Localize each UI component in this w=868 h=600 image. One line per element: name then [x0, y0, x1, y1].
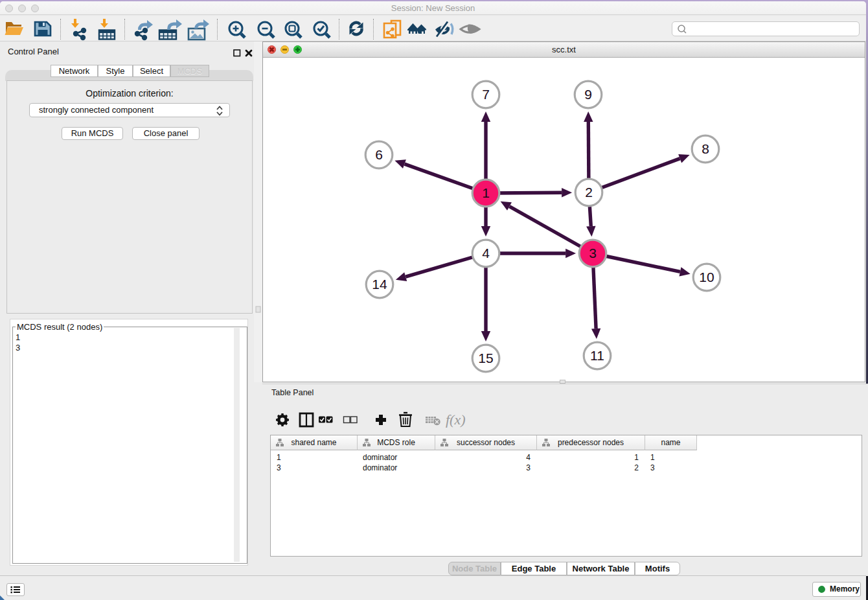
svg-text:15: 15: [478, 351, 493, 365]
svg-text:14: 14: [372, 277, 387, 292]
svg-text:11: 11: [590, 348, 604, 363]
svg-text:1: 1: [482, 185, 490, 200]
svg-text:9: 9: [584, 87, 592, 102]
svg-text:4: 4: [482, 246, 490, 260]
svg-text:f(x): f(x): [446, 411, 466, 428]
svg-text:10: 10: [699, 270, 714, 284]
svg-text:2: 2: [585, 185, 593, 200]
svg-text:7: 7: [482, 87, 490, 102]
svg-text:6: 6: [375, 147, 383, 162]
svg-text:3: 3: [589, 246, 597, 260]
svg-text:8: 8: [702, 141, 709, 156]
